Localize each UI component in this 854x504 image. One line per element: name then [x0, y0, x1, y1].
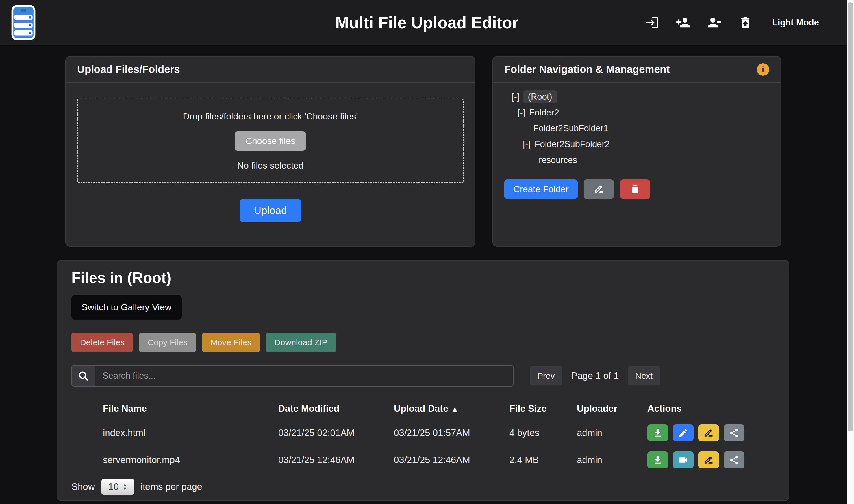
share-file-button[interactable]	[724, 425, 744, 441]
spinner-arrows-icon[interactable]: ▲▼	[123, 483, 127, 491]
column-header-actions: Actions	[647, 403, 776, 414]
table-row-index-html[interactable]: index.html 03/21/25 02:01AM 03/21/25 01:…	[71, 419, 776, 446]
rename-file-button[interactable]	[698, 451, 719, 468]
date-modified-cell: 03/21/25 02:01AM	[278, 428, 394, 438]
upload-panel: Upload Files/Folders Drop files/folders …	[65, 56, 476, 247]
move-files-button[interactable]: Move Files	[202, 333, 260, 352]
delete-folder-button[interactable]	[620, 179, 650, 199]
file-name-cell: index.html	[103, 428, 278, 438]
tree-toggle-icon[interactable]: [-]	[523, 139, 531, 149]
video-camera-icon	[678, 455, 689, 465]
info-icon[interactable]: i	[757, 63, 769, 76]
tree-node-folder2subfolder2[interactable]: [-] Folder2SubFolder2	[523, 137, 769, 152]
video-preview-button[interactable]	[673, 451, 694, 468]
tree-node-resources[interactable]: resources	[539, 152, 769, 168]
show-label: Show	[71, 481, 95, 492]
tree-toggle-icon[interactable]: [-]	[518, 108, 526, 118]
folder-tree: [-] (Root) [-] Folder2 Folder2SubFolder1…	[493, 83, 781, 168]
files-panel: Files in (Root) Switch to Gallery View D…	[57, 260, 789, 501]
row-actions	[647, 425, 776, 441]
files-table: File Name Date Modified Upload Date▲ Fil…	[71, 398, 776, 473]
table-row-servermonitor-mp4[interactable]: servermonitor.mp4 03/21/25 12:46AM 03/21…	[71, 446, 776, 473]
rename-file-button[interactable]	[698, 425, 719, 441]
folder-actions: Create Folder	[493, 168, 781, 199]
delete-files-button[interactable]: Delete Files	[71, 333, 133, 352]
row-actions	[647, 451, 776, 468]
create-folder-button[interactable]: Create Folder	[504, 179, 578, 199]
logout-icon[interactable]	[645, 15, 659, 30]
column-header-upload-date[interactable]: Upload Date▲	[394, 403, 509, 414]
folder-panel-title: Folder Navigation & Management	[504, 64, 670, 75]
upload-panel-header: Upload Files/Folders	[66, 57, 475, 83]
page-scrollbar-thumb[interactable]	[848, 2, 853, 431]
upload-button[interactable]: Upload	[239, 199, 301, 222]
download-zip-button[interactable]: Download ZIP	[266, 333, 336, 352]
add-user-icon[interactable]	[676, 15, 690, 30]
download-file-button[interactable]	[647, 425, 668, 441]
uploader-cell: admin	[577, 455, 647, 465]
header-actions: Light Mode	[645, 15, 821, 30]
column-header-file-size[interactable]: File Size	[509, 403, 577, 414]
tree-node-root[interactable]: [-] (Root)	[512, 89, 769, 105]
app-logo-server-icon	[11, 5, 36, 40]
multi-file-upload-editor-app: { "header": { "title": "Multi File Uploa…	[0, 0, 854, 504]
trash-restore-icon[interactable]	[738, 15, 752, 30]
pencil-icon	[678, 428, 689, 438]
tree-node-label[interactable]: Folder2	[529, 108, 559, 118]
file-dropzone[interactable]: Drop files/folders here or click 'Choose…	[77, 98, 464, 183]
tree-node-label[interactable]: Folder2SubFolder1	[533, 123, 608, 133]
sort-ascending-icon: ▲	[451, 405, 459, 413]
date-modified-cell: 03/21/25 12:46AM	[278, 455, 394, 465]
pencil-underline-icon	[593, 183, 605, 195]
tree-node-folder2[interactable]: [-] Folder2	[518, 105, 769, 121]
tree-toggle-icon[interactable]: [-]	[512, 92, 519, 102]
tree-node-label[interactable]: resources	[539, 155, 577, 165]
edit-file-button[interactable]	[673, 425, 694, 441]
folder-navigation-panel: Folder Navigation & Management i [-] (Ro…	[493, 56, 781, 247]
search-icon[interactable]	[71, 365, 95, 386]
search-input[interactable]	[95, 365, 514, 386]
files-panel-title: Files in (Root)	[71, 269, 789, 286]
tree-node-folder2subfolder1[interactable]: Folder2SubFolder1	[533, 121, 769, 137]
per-page-value: 10	[108, 481, 119, 492]
tree-node-label[interactable]: Folder2SubFolder2	[535, 139, 610, 149]
upload-panel-body: Drop files/folders here or click 'Choose…	[66, 83, 475, 222]
search-and-pagination-row: Prev Page 1 of 1 Next	[71, 365, 775, 386]
dropzone-instructions: Drop files/folders here or click 'Choose…	[183, 111, 358, 122]
bulk-actions-toolbar: Delete Files Copy Files Move Files Downl…	[71, 333, 789, 352]
share-icon	[729, 455, 739, 465]
column-header-uploader[interactable]: Uploader	[577, 403, 647, 414]
prev-page-button[interactable]: Prev	[530, 366, 562, 385]
choose-files-button[interactable]: Choose files	[235, 131, 306, 151]
share-icon	[729, 428, 739, 438]
rename-folder-button[interactable]	[584, 179, 614, 199]
items-per-page-control: Show 10 ▲▼ items per page	[71, 479, 789, 495]
column-header-date-modified[interactable]: Date Modified	[278, 403, 394, 414]
copy-files-button[interactable]: Copy Files	[139, 333, 196, 352]
remove-user-icon[interactable]	[707, 15, 722, 30]
light-mode-toggle-button[interactable]: Light Mode	[771, 17, 821, 28]
per-page-select[interactable]: 10 ▲▼	[101, 479, 135, 495]
file-name-cell: servermonitor.mp4	[103, 455, 278, 465]
download-icon	[653, 455, 663, 465]
app-header: Multi File Upload Editor Light Mode	[0, 0, 854, 46]
next-page-button[interactable]: Next	[628, 366, 660, 385]
switch-gallery-view-button[interactable]: Switch to Gallery View	[71, 295, 182, 320]
page-scrollbar-track[interactable]	[847, 0, 854, 504]
tree-node-label-selected[interactable]: (Root)	[523, 90, 557, 103]
download-file-button[interactable]	[647, 451, 668, 468]
trash-icon	[629, 183, 641, 195]
items-per-page-label: items per page	[141, 481, 202, 492]
upload-date-cell: 03/21/25 01:57AM	[394, 428, 509, 438]
file-size-cell: 2.4 MB	[509, 455, 577, 465]
page-title: Multi File Upload Editor	[335, 13, 518, 32]
files-table-header-row: File Name Date Modified Upload Date▲ Fil…	[71, 398, 776, 419]
no-files-selected-text: No files selected	[237, 160, 304, 171]
column-header-file-name[interactable]: File Name	[103, 403, 278, 414]
download-icon	[653, 428, 663, 438]
pencil-underline-icon	[704, 428, 714, 438]
uploader-cell: admin	[577, 428, 647, 438]
upload-date-cell: 03/21/25 12:46AM	[394, 455, 509, 465]
share-file-button[interactable]	[724, 451, 744, 468]
upload-panel-title: Upload Files/Folders	[77, 64, 180, 75]
